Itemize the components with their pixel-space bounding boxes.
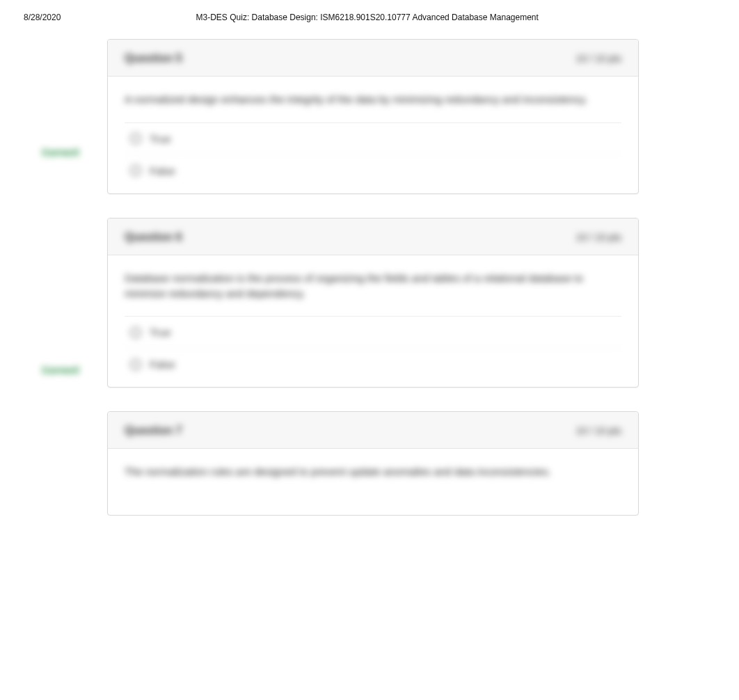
answer-row[interactable]: True — [125, 123, 621, 154]
content-area: Correct! Question 5 10 / 10 pts A normal… — [0, 39, 739, 516]
question-text: Database normalization is the process of… — [125, 271, 621, 301]
question-body: The normalization rules are designed to … — [108, 449, 638, 502]
answer-row[interactable]: False — [125, 348, 621, 380]
answer-row[interactable]: False — [125, 154, 621, 186]
radio-icon — [130, 165, 141, 176]
question-card: Question 7 10 / 10 pts The normalization… — [107, 411, 639, 516]
print-header-spacer — [674, 13, 715, 22]
question-header: Question 6 10 / 10 pts — [108, 218, 638, 255]
answer-label: True — [150, 326, 170, 338]
correct-badge: Correct! — [42, 147, 79, 158]
answer-block: True False — [125, 122, 621, 186]
question-points: 10 / 10 pts — [576, 232, 621, 243]
answer-label: True — [150, 133, 170, 145]
print-title: M3-DES Quiz: Database Design: ISM6218.90… — [196, 13, 539, 22]
question-card: Question 5 10 / 10 pts A normalized desi… — [107, 39, 639, 194]
question-text: A normalized design enhances the integri… — [125, 92, 621, 107]
answer-label: False — [150, 165, 175, 177]
question-header: Question 5 10 / 10 pts — [108, 40, 638, 77]
answer-row[interactable]: True — [125, 317, 621, 348]
print-date: 8/28/2020 — [24, 13, 61, 22]
question-header: Question 7 10 / 10 pts — [108, 412, 638, 449]
question-points: 10 / 10 pts — [576, 425, 621, 436]
question-card: Question 6 10 / 10 pts Database normaliz… — [107, 218, 639, 388]
answer-block: True False — [125, 316, 621, 380]
question-points: 10 / 10 pts — [576, 53, 621, 64]
answer-label: False — [150, 358, 175, 370]
radio-icon — [130, 359, 141, 370]
print-title-wrap: M3-DES Quiz: Database Design: ISM6218.90… — [61, 13, 674, 22]
question-text: The normalization rules are designed to … — [125, 464, 621, 479]
radio-icon — [130, 327, 141, 338]
correct-badge: Correct! — [42, 365, 79, 376]
question-body: A normalized design enhances the integri… — [108, 77, 638, 193]
question-title: Question 5 — [125, 52, 182, 65]
radio-icon — [130, 133, 141, 144]
question-title: Question 7 — [125, 424, 182, 437]
question-title: Question 6 — [125, 231, 182, 244]
question-body: Database normalization is the process of… — [108, 255, 638, 388]
print-header: 8/28/2020 M3-DES Quiz: Database Design: … — [0, 0, 739, 26]
